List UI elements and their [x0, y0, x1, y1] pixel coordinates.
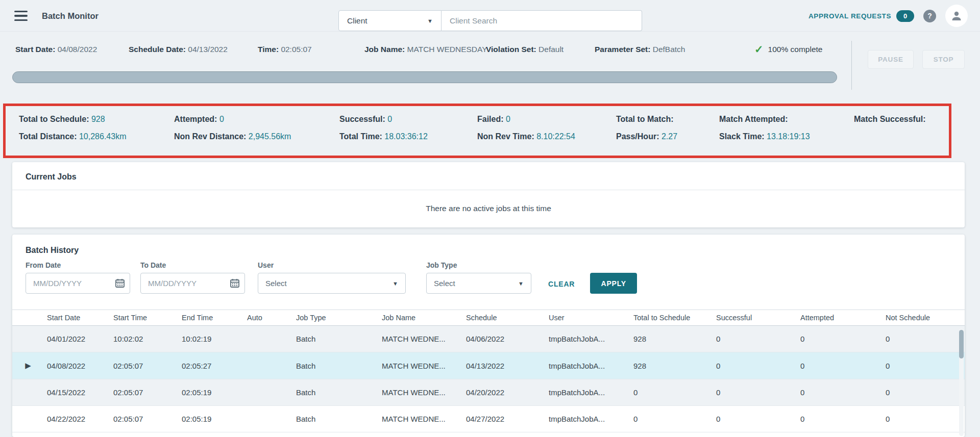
divider [851, 41, 852, 90]
table-cell: 02:05:07 [113, 352, 182, 379]
table-cell: 0 [716, 326, 800, 352]
client-search-input[interactable] [442, 10, 642, 31]
client-type-dropdown[interactable]: Client ▼ [338, 10, 442, 31]
job-type-select[interactable]: Select ▼ [426, 273, 531, 294]
user-select-value: Select [265, 279, 287, 288]
table-row[interactable]: ▶04/08/202202:05:0702:05:27BatchMATCH WE… [12, 352, 965, 379]
stat-value: 2,945.56km [249, 132, 291, 141]
user-avatar[interactable] [945, 5, 968, 27]
clear-button[interactable]: CLEAR [548, 280, 575, 288]
user-select[interactable]: Select ▼ [258, 273, 406, 294]
status-field-value: 02:05:07 [281, 45, 311, 54]
column-header: Auto [247, 310, 296, 326]
stat-value: 928 [91, 115, 105, 123]
check-icon: ✓ [754, 43, 764, 56]
from-date-filter: From Date [26, 261, 130, 294]
status-field-label: Time: [258, 45, 281, 54]
column-header: Not Schedule [886, 310, 965, 326]
table-cell: MATCH WEDNE... [382, 326, 466, 352]
completion-status: ✓ 100% complete [754, 43, 822, 56]
table-row[interactable]: 04/22/202202:05:0702:05:19BatchMATCH WED… [12, 406, 965, 432]
help-icon[interactable]: ? [923, 10, 936, 22]
table-row[interactable]: 04/01/202210:02:0210:02:19BatchMATCH WED… [12, 326, 965, 352]
progress-bar [12, 71, 837, 83]
table-row[interactable]: 04/15/202202:05:0702:05:19BatchMATCH WED… [12, 379, 965, 406]
status-field-label: Parameter Set: [595, 45, 653, 54]
stop-button[interactable]: STOP [922, 50, 965, 69]
table-cell [247, 352, 296, 379]
table-cell: 0 [716, 406, 800, 432]
top-bar: Batch Monitor Client ▼ APPROVAL REQUESTS… [0, 0, 980, 32]
approval-requests-link[interactable]: APPROVAL REQUESTS 0 [808, 10, 914, 22]
table-cell: tmpBatchJobA... [549, 406, 633, 432]
stat-label: Match Attempted: [719, 115, 788, 123]
table-cell: 02:05:07 [113, 406, 182, 432]
table-cell: 04/01/2022 [47, 326, 113, 352]
chevron-down-icon: ▼ [518, 280, 524, 287]
stat-item: Successful: 0 [339, 115, 477, 124]
table-cell: 04/15/2022 [47, 379, 113, 406]
table-cell: MATCH WEDNE... [382, 352, 466, 379]
table-scrollbar-track[interactable] [959, 328, 964, 436]
batch-history-filters: From Date To Date User Se [12, 261, 965, 294]
batch-history-table: Start DateStart TimeEnd TimeAutoJob Type… [12, 310, 965, 432]
batch-history-title: Batch History [12, 235, 965, 255]
table-cell: 0 [886, 326, 965, 352]
stat-label: Match Successful: [854, 115, 925, 123]
to-date-filter: To Date [140, 261, 245, 294]
expand-column-header [12, 310, 47, 326]
stat-value: 13.18:19:13 [767, 132, 810, 141]
status-field: Parameter Set: DefBatch [595, 45, 685, 54]
status-field: Job Name: MATCH WEDNESDAY [364, 45, 487, 54]
table-cell: 02:05:19 [182, 406, 247, 432]
table-cell: 04/20/2022 [466, 379, 549, 406]
row-expand-icon[interactable] [12, 379, 47, 406]
table-cell: 0 [800, 379, 886, 406]
table-cell: 0 [800, 326, 886, 352]
stat-item: Pass/Hour: 2.27 [616, 132, 719, 141]
stat-label: Total Time: [339, 132, 384, 141]
job-type-filter: Job Type Select ▼ [426, 261, 531, 294]
column-header: Total to Schedule [633, 310, 716, 326]
calendar-icon[interactable] [230, 278, 240, 288]
table-cell: 928 [633, 352, 716, 379]
client-type-value: Client [347, 16, 368, 25]
table-cell: 04/08/2022 [47, 352, 113, 379]
table-header-row: Start DateStart TimeEnd TimeAutoJob Type… [12, 310, 965, 326]
current-jobs-card: Current Jobs There are no active jobs at… [12, 162, 965, 227]
table-cell [247, 379, 296, 406]
column-header: Job Type [296, 310, 382, 326]
table-cell: 04/27/2022 [466, 406, 549, 432]
stat-item: Slack Time: 13.18:19:13 [719, 132, 854, 141]
stat-value: 0 [219, 115, 224, 123]
stat-label: Non Rev Distance: [174, 132, 249, 141]
stat-item: Match Successful: [854, 115, 949, 124]
table-cell: tmpBatchJobA... [549, 352, 633, 379]
table-cell [247, 406, 296, 432]
stat-item: Total to Schedule: 928 [19, 115, 174, 124]
stat-label: Non Rev Time: [477, 132, 536, 141]
stat-item: Total to Match: [616, 115, 719, 124]
current-jobs-title: Current Jobs [12, 162, 965, 190]
table-cell: 928 [633, 326, 716, 352]
column-header: Successful [716, 310, 800, 326]
table-scrollbar-thumb[interactable] [959, 330, 964, 358]
row-expand-icon[interactable] [12, 326, 47, 352]
table-cell: 0 [633, 379, 716, 406]
apply-button[interactable]: APPLY [590, 273, 637, 294]
row-expand-icon[interactable]: ▶ [12, 352, 47, 379]
menu-icon[interactable] [14, 11, 28, 21]
column-header: Start Date [47, 310, 113, 326]
status-field: Violation Set: Default [486, 45, 564, 54]
batch-stats-highlighted: Total to Schedule: 928Attempted: 0Succes… [3, 104, 951, 158]
table-cell: Batch [296, 379, 382, 406]
stat-label: Slack Time: [719, 132, 767, 141]
stat-item: Match Attempted: [719, 115, 854, 124]
row-expand-icon[interactable] [12, 406, 47, 432]
table-cell: 10:02:02 [113, 326, 182, 352]
calendar-icon[interactable] [115, 278, 125, 288]
table-cell: tmpBatchJobA... [549, 326, 633, 352]
pause-button[interactable]: PAUSE [868, 50, 914, 69]
table-cell: Batch [296, 406, 382, 432]
table-cell: 0 [633, 406, 716, 432]
